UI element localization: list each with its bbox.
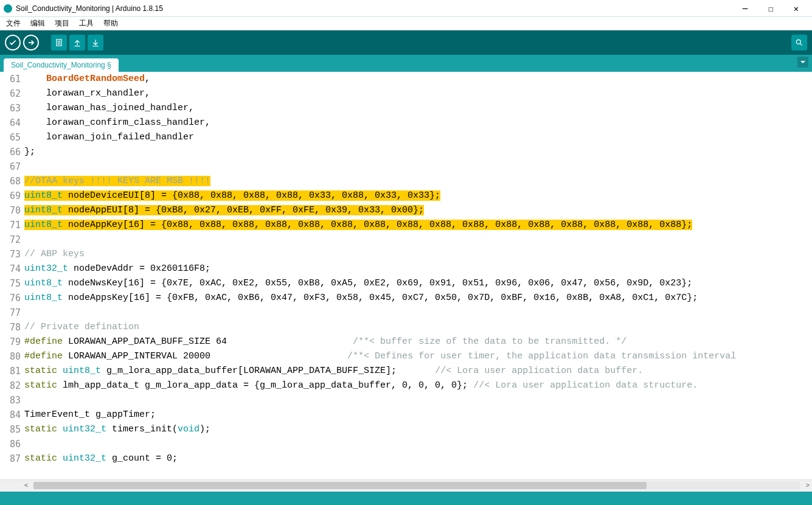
open-button[interactable] [69, 35, 85, 50]
minimize-button[interactable]: ─ [733, 1, 757, 16]
svg-point-1 [796, 40, 800, 44]
code-line[interactable]: }; [24, 145, 812, 159]
arrow-up-icon [73, 38, 82, 47]
code-line[interactable]: lorawan_confirm_class_handler, [24, 116, 812, 130]
upload-button[interactable] [23, 35, 39, 50]
line-number: 64 [0, 116, 21, 130]
code-line[interactable]: uint8_t nodeAppKey[16] = {0x88, 0x88, 0x… [24, 218, 812, 232]
line-number: 62 [0, 86, 21, 101]
code-line[interactable]: #define LORAWAN_APP_INTERVAL 20000 /**< … [24, 349, 812, 364]
code-line[interactable]: uint8_t nodeAppEUI[8] = {0xB8, 0x27, 0xE… [24, 203, 812, 218]
line-number: 72 [0, 232, 21, 247]
line-number: 80 [0, 349, 21, 364]
line-number: 76 [0, 291, 21, 305]
arrow-down-icon [91, 38, 100, 47]
code-line[interactable]: static uint32_t g_count = 0; [24, 451, 812, 466]
line-number: 86 [0, 437, 21, 451]
line-number: 61 [0, 72, 21, 86]
code-line[interactable]: TimerEvent_t g_appTimer; [24, 408, 812, 422]
line-number: 79 [0, 335, 21, 349]
toolbar [0, 30, 812, 55]
code-line[interactable]: //OTAA keys !!!! KEYS ARE MSB !!!! [24, 174, 812, 189]
code-line[interactable] [24, 393, 812, 408]
line-number: 69 [0, 189, 21, 203]
line-number: 65 [0, 130, 21, 145]
line-number: 71 [0, 218, 21, 232]
titlebar-left: Soil_Conductivity_Monitoring | Arduino 1… [4, 4, 163, 13]
line-number: 87 [0, 451, 21, 466]
close-button[interactable]: ✕ [784, 1, 808, 16]
code-area[interactable]: BoardGetRandomSeed, lorawan_rx_handler, … [24, 72, 812, 479]
toolbar-left [5, 35, 103, 50]
serial-monitor-button[interactable] [791, 35, 807, 50]
menu-project[interactable]: 项目 [51, 17, 73, 30]
line-number: 70 [0, 203, 21, 218]
code-line[interactable] [24, 305, 812, 320]
code-line[interactable]: #define LORAWAN_APP_DATA_BUFF_SIZE 64 /*… [24, 335, 812, 349]
line-number: 75 [0, 276, 21, 291]
line-number: 73 [0, 247, 21, 262]
code-line[interactable] [24, 159, 812, 174]
tab-menu-button[interactable] [797, 57, 808, 68]
arrow-right-icon [27, 38, 35, 47]
sketch-tab[interactable]: Soil_Conductivity_Monitoring § [4, 58, 119, 72]
horizontal-scrollbar[interactable]: < > [0, 479, 812, 492]
sketch-tab-label: Soil_Conductivity_Monitoring § [11, 61, 111, 69]
line-number: 66 [0, 145, 21, 159]
line-number-gutter: 6162636465666768697071727374757677787980… [0, 72, 24, 479]
code-line[interactable]: static uint32_t timers_init(void); [24, 422, 812, 437]
menu-bar: 文件 编辑 项目 工具 帮助 [0, 17, 812, 30]
menu-help[interactable]: 帮助 [100, 17, 122, 30]
line-number: 68 [0, 174, 21, 189]
line-number: 77 [0, 305, 21, 320]
scroll-right-arrow[interactable]: > [806, 481, 810, 489]
menu-edit[interactable]: 编辑 [27, 17, 49, 30]
code-line[interactable]: // Private defination [24, 320, 812, 335]
line-number: 84 [0, 408, 21, 422]
save-button[interactable] [88, 35, 103, 50]
code-line[interactable]: uint8_t nodeNwsKey[16] = {0x7E, 0xAC, 0x… [24, 276, 812, 291]
scroll-left-arrow[interactable]: < [24, 481, 28, 489]
tab-bar: Soil_Conductivity_Monitoring § [0, 55, 812, 72]
code-line[interactable]: // ABP keys [24, 247, 812, 262]
line-number: 78 [0, 320, 21, 335]
line-number: 83 [0, 393, 21, 408]
window-controls: ─ ☐ ✕ [733, 1, 808, 16]
line-number: 82 [0, 378, 21, 393]
line-number: 63 [0, 101, 21, 116]
code-line[interactable]: static uint8_t g_m_lora_app_data_buffer[… [24, 364, 812, 378]
line-number: 74 [0, 262, 21, 276]
code-line[interactable] [24, 437, 812, 451]
window-titlebar: Soil_Conductivity_Monitoring | Arduino 1… [0, 0, 812, 17]
maximize-button[interactable]: ☐ [758, 1, 783, 16]
window-title: Soil_Conductivity_Monitoring | Arduino 1… [16, 4, 163, 13]
code-line[interactable]: static lmh_app_data_t g_m_lora_app_data … [24, 378, 812, 393]
line-number: 67 [0, 159, 21, 174]
code-line[interactable]: uint32_t nodeDevAddr = 0x260116F8; [24, 262, 812, 276]
line-number: 81 [0, 364, 21, 378]
verify-button[interactable] [5, 35, 21, 50]
new-button[interactable] [51, 35, 67, 50]
code-line[interactable]: lorawan_rx_handler, [24, 86, 812, 101]
scroll-track[interactable] [33, 482, 800, 489]
code-line[interactable]: lorawan_join_failed_handler [24, 130, 812, 145]
code-line[interactable]: lorawan_has_joined_handler, [24, 101, 812, 116]
code-editor[interactable]: 6162636465666768697071727374757677787980… [0, 72, 812, 479]
check-icon [9, 38, 17, 47]
magnifier-icon [795, 38, 803, 47]
menu-file[interactable]: 文件 [2, 17, 24, 30]
toolbar-right [791, 35, 807, 50]
chevron-down-icon [800, 59, 806, 65]
code-line[interactable]: uint8_t nodeDeviceEUI[8] = {0x88, 0x88, … [24, 189, 812, 203]
code-line[interactable] [24, 232, 812, 247]
file-icon [55, 38, 63, 47]
menu-tools[interactable]: 工具 [75, 17, 97, 30]
scroll-thumb[interactable] [33, 482, 647, 489]
code-line[interactable]: BoardGetRandomSeed, [24, 72, 812, 86]
console-header [0, 492, 812, 505]
line-number: 85 [0, 422, 21, 437]
arduino-app-icon [4, 4, 12, 13]
code-line[interactable]: uint8_t nodeAppsKey[16] = {0xFB, 0xAC, 0… [24, 291, 812, 305]
